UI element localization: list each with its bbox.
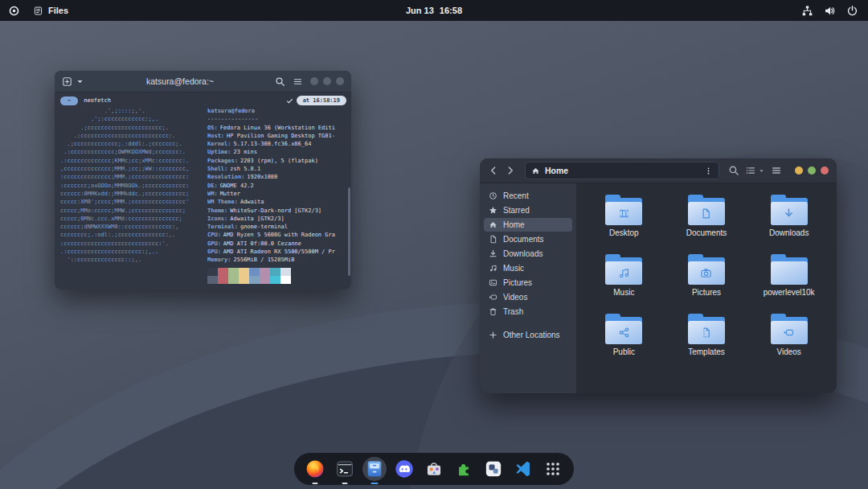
recent-icon — [489, 191, 497, 200]
path-bar[interactable]: Home — [525, 162, 719, 179]
files-headerbar[interactable]: Home — [480, 158, 837, 183]
menu-icon[interactable] — [293, 76, 303, 87]
path-options-kebab-icon[interactable] — [704, 166, 713, 175]
hamburger-menu-icon[interactable] — [771, 165, 782, 176]
sidebar-item-label: Trash — [503, 307, 523, 316]
palette-swatch — [207, 268, 218, 276]
desktop: Files Jun 13 16:58 katsura@fedora:~ — [0, 0, 868, 489]
folder-item[interactable]: Music — [587, 254, 661, 314]
clock[interactable]: Jun 13 16:58 — [406, 0, 462, 21]
sidebar-item[interactable]: Home — [484, 218, 572, 232]
info-label: Shell: — [207, 166, 227, 172]
neofetch-info-line: GPU:AMD ATI Radeon RX 5500/5500M / Pr — [207, 248, 346, 256]
emblem-share — [617, 326, 631, 339]
folder-icon — [688, 314, 725, 344]
folder-item[interactable]: Documents — [669, 195, 743, 254]
info-value: Adwaita [GTK2/3] — [230, 216, 284, 222]
files-window: Home Recent — [480, 158, 837, 393]
view-toggle-button[interactable] — [745, 165, 765, 176]
folder-name: Public — [587, 347, 661, 356]
activities-icon[interactable] — [8, 5, 20, 17]
sidebar-item[interactable]: Downloads — [484, 247, 572, 261]
folder-grid: Desktop Documents — [576, 183, 837, 393]
terminal-scrollbar[interactable] — [348, 187, 350, 276]
forward-button[interactable] — [505, 165, 516, 176]
maximize-button[interactable] — [808, 166, 816, 175]
window-button[interactable] — [336, 77, 344, 85]
neofetch-info-list: OS:Fedora Linux 36 (Workstation Editi Ho… — [207, 124, 346, 265]
palette-swatch — [270, 268, 280, 276]
info-value: 5.17.13-300.fc36.x86_64 — [234, 141, 312, 147]
new-tab-icon[interactable] — [62, 76, 72, 87]
search-icon[interactable] — [275, 76, 285, 87]
dock-item[interactable] — [392, 457, 416, 481]
neofetch-info-line: Packages:2203 (rpm), 5 (flatpak) — [207, 157, 346, 165]
info-value: GNOME 42.2 — [220, 183, 254, 189]
info-value: Mutter — [220, 191, 240, 197]
window-button[interactable] — [310, 77, 318, 85]
folder-item[interactable]: Desktop — [587, 195, 661, 254]
files-app-icon — [33, 6, 43, 16]
clock-time: 16:58 — [440, 6, 462, 15]
folder-name: Pictures — [669, 288, 743, 297]
neofetch-separator: --------------- — [207, 115, 346, 123]
sidebar-item[interactable]: Music — [484, 261, 572, 275]
neofetch-info-line: Host:HP Pavilion Gaming Desktop TG01- — [207, 132, 346, 140]
terminal-title: katsura@fedora:~ — [85, 76, 275, 86]
sidebar-item[interactable]: Other Locations — [484, 328, 572, 342]
dock-item[interactable] — [362, 457, 387, 481]
sidebar-item[interactable]: Trash — [484, 305, 572, 318]
neofetch-info-line: WM Theme:Adwaita — [207, 198, 346, 206]
dock-item[interactable] — [541, 457, 565, 481]
terminal-content[interactable]: ~ neofetch at 16:58:19 .',;::::;,'. .';:… — [55, 92, 351, 290]
sidebar-item[interactable]: Starred — [484, 203, 572, 217]
dock-item[interactable] — [422, 457, 446, 481]
volume-icon[interactable] — [824, 5, 836, 17]
folder-item[interactable]: powerlevel10k — [752, 254, 826, 314]
dock-item[interactable] — [303, 457, 327, 481]
folder-icon — [605, 254, 642, 285]
sidebar-item[interactable]: Videos — [484, 290, 572, 304]
path-label: Home — [545, 166, 568, 175]
folder-item[interactable]: Pictures — [669, 254, 743, 314]
neofetch-info-line: WM:Mutter — [207, 190, 346, 198]
search-icon[interactable] — [728, 165, 739, 176]
minimize-button[interactable] — [795, 166, 803, 175]
prompt-segment: ~ — [60, 97, 78, 105]
neofetch-ascii-logo: .',;::::;,'. .';:cccccccccccc:;,. .;cccc… — [60, 107, 207, 284]
close-button[interactable] — [821, 166, 829, 175]
pictures-icon — [489, 278, 497, 287]
clock-date: Jun 13 — [406, 6, 434, 15]
folder-item[interactable]: Downloads — [752, 195, 826, 254]
sidebar-item-label: Other Locations — [503, 331, 560, 339]
sidebar-item[interactable]: Pictures — [484, 276, 572, 290]
neofetch-info-line: Theme:WhiteSur-Dark-nord [GTK2/3] — [207, 207, 346, 215]
sidebar-item[interactable]: Documents — [484, 232, 572, 246]
back-button[interactable] — [488, 165, 499, 176]
dock-item[interactable] — [333, 457, 357, 481]
info-value: 2203 (rpm), 5 (flatpak) — [240, 158, 318, 164]
info-label: Terminal: — [207, 224, 238, 230]
window-button[interactable] — [323, 77, 331, 85]
exit-status-check-icon — [286, 97, 293, 105]
dock-item[interactable] — [511, 457, 535, 481]
starred-icon — [489, 206, 497, 215]
active-app-menu[interactable]: Files — [33, 6, 68, 16]
network-wired-icon[interactable] — [801, 5, 813, 17]
folder-item[interactable]: Videos — [752, 314, 826, 373]
dock-item[interactable] — [481, 457, 506, 481]
info-value: AMD ATI 0f:00.0 Cezanne — [223, 240, 301, 247]
system-tray[interactable] — [801, 5, 858, 17]
palette-swatch — [249, 268, 260, 276]
terminal-icon — [335, 459, 354, 479]
palette-swatch — [228, 268, 239, 276]
folder-item[interactable]: Templates — [669, 314, 743, 373]
chevron-down-icon[interactable] — [75, 76, 85, 87]
dock-item[interactable] — [452, 457, 476, 481]
neofetch-info-line: Icons:Adwaita [GTK2/3] — [207, 215, 346, 223]
sidebar-item[interactable]: Recent — [484, 189, 572, 203]
terminal-titlebar[interactable]: katsura@fedora:~ — [55, 71, 351, 92]
power-icon[interactable] — [846, 5, 858, 17]
neofetch-info-line: Memory:2556MiB / 15285MiB — [207, 256, 346, 264]
folder-item[interactable]: Public — [587, 314, 661, 373]
